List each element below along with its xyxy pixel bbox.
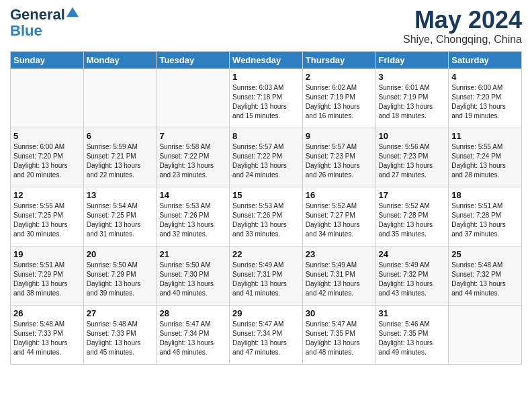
day-info: Sunrise: 5:48 AMSunset: 7:32 PMDaylight:… — [451, 261, 519, 298]
day-info: Sunrise: 5:52 AMSunset: 7:28 PMDaylight:… — [379, 201, 446, 239]
header-monday: Monday — [83, 51, 157, 68]
header-friday: Friday — [375, 51, 449, 68]
calendar-cell — [449, 305, 522, 364]
calendar-cell: 31Sunrise: 5:46 AMSunset: 7:35 PMDayligh… — [375, 305, 449, 364]
day-number: 7 — [159, 131, 226, 141]
day-info: Sunrise: 5:59 AMSunset: 7:21 PMDaylight:… — [87, 142, 154, 180]
day-number: 27 — [87, 308, 154, 318]
calendar-cell: 21Sunrise: 5:50 AMSunset: 7:30 PMDayligh… — [157, 246, 230, 305]
day-number: 22 — [232, 249, 300, 259]
day-info: Sunrise: 5:47 AMSunset: 7:34 PMDaylight:… — [232, 320, 300, 357]
day-number: 6 — [87, 131, 154, 141]
day-number: 20 — [87, 249, 154, 259]
day-number: 3 — [379, 72, 446, 82]
day-number: 23 — [306, 249, 373, 259]
day-number: 21 — [159, 249, 226, 259]
calendar-cell: 23Sunrise: 5:49 AMSunset: 7:31 PMDayligh… — [302, 246, 375, 305]
calendar-week-1: 1Sunrise: 6:03 AMSunset: 7:18 PMDaylight… — [11, 68, 522, 128]
day-info: Sunrise: 5:55 AMSunset: 7:24 PMDaylight:… — [451, 142, 519, 180]
calendar-cell — [157, 68, 230, 128]
day-info: Sunrise: 6:00 AMSunset: 7:20 PMDaylight:… — [451, 83, 519, 121]
day-info: Sunrise: 5:51 AMSunset: 7:29 PMDaylight:… — [13, 261, 81, 298]
day-number: 30 — [306, 308, 373, 318]
day-number: 15 — [232, 190, 300, 200]
day-number: 17 — [379, 190, 446, 200]
logo-blue: Blue — [10, 22, 42, 39]
day-number: 5 — [13, 131, 81, 141]
day-number: 13 — [87, 190, 154, 200]
calendar-cell: 24Sunrise: 5:49 AMSunset: 7:32 PMDayligh… — [375, 246, 449, 305]
calendar-cell: 26Sunrise: 5:48 AMSunset: 7:33 PMDayligh… — [11, 305, 84, 364]
header-wednesday: Wednesday — [230, 51, 303, 68]
header-tuesday: Tuesday — [157, 51, 230, 68]
title-block: May 2024 Shiye, Chongqing, China — [403, 7, 522, 46]
day-number: 16 — [306, 190, 373, 200]
day-info: Sunrise: 5:57 AMSunset: 7:22 PMDaylight:… — [232, 142, 300, 180]
day-info: Sunrise: 5:52 AMSunset: 7:27 PMDaylight:… — [306, 201, 373, 239]
day-info: Sunrise: 5:56 AMSunset: 7:23 PMDaylight:… — [379, 142, 446, 180]
day-info: Sunrise: 5:48 AMSunset: 7:33 PMDaylight:… — [87, 320, 154, 357]
calendar-cell: 16Sunrise: 5:52 AMSunset: 7:27 PMDayligh… — [302, 187, 375, 246]
day-info: Sunrise: 5:49 AMSunset: 7:31 PMDaylight:… — [306, 261, 373, 298]
calendar-cell: 14Sunrise: 5:53 AMSunset: 7:26 PMDayligh… — [157, 187, 230, 246]
svg-marker-0 — [66, 7, 79, 17]
day-info: Sunrise: 6:01 AMSunset: 7:19 PMDaylight:… — [379, 83, 446, 121]
calendar-week-5: 26Sunrise: 5:48 AMSunset: 7:33 PMDayligh… — [11, 305, 522, 364]
day-info: Sunrise: 5:51 AMSunset: 7:28 PMDaylight:… — [451, 201, 519, 239]
calendar-cell: 17Sunrise: 5:52 AMSunset: 7:28 PMDayligh… — [375, 187, 449, 246]
logo: General Blue — [10, 7, 79, 39]
day-info: Sunrise: 5:55 AMSunset: 7:25 PMDaylight:… — [13, 201, 81, 239]
calendar-cell: 27Sunrise: 5:48 AMSunset: 7:33 PMDayligh… — [83, 305, 157, 364]
calendar-cell: 19Sunrise: 5:51 AMSunset: 7:29 PMDayligh… — [11, 246, 84, 305]
day-info: Sunrise: 6:03 AMSunset: 7:18 PMDaylight:… — [232, 83, 300, 121]
header-sunday: Sunday — [11, 51, 84, 68]
calendar-cell: 29Sunrise: 5:47 AMSunset: 7:34 PMDayligh… — [230, 305, 303, 364]
day-number: 1 — [232, 72, 300, 82]
calendar-cell: 5Sunrise: 6:00 AMSunset: 7:20 PMDaylight… — [11, 128, 84, 187]
day-number: 26 — [13, 308, 81, 318]
day-info: Sunrise: 5:54 AMSunset: 7:25 PMDaylight:… — [87, 201, 154, 239]
day-info: Sunrise: 5:53 AMSunset: 7:26 PMDaylight:… — [232, 201, 300, 239]
day-number: 10 — [379, 131, 446, 141]
calendar-cell: 8Sunrise: 5:57 AMSunset: 7:22 PMDaylight… — [230, 128, 303, 187]
calendar-cell: 28Sunrise: 5:47 AMSunset: 7:34 PMDayligh… — [157, 305, 230, 364]
calendar-cell: 20Sunrise: 5:50 AMSunset: 7:29 PMDayligh… — [83, 246, 157, 305]
day-number: 24 — [379, 249, 446, 259]
logo-icon — [66, 6, 79, 18]
day-number: 11 — [451, 131, 519, 141]
day-info: Sunrise: 5:58 AMSunset: 7:22 PMDaylight:… — [159, 142, 226, 180]
calendar-cell — [11, 68, 84, 128]
day-info: Sunrise: 5:48 AMSunset: 7:33 PMDaylight:… — [13, 320, 81, 357]
calendar-week-3: 12Sunrise: 5:55 AMSunset: 7:25 PMDayligh… — [11, 187, 522, 246]
day-number: 29 — [232, 308, 300, 318]
day-info: Sunrise: 5:50 AMSunset: 7:29 PMDaylight:… — [87, 261, 154, 298]
header: General Blue May 2024 Shiye, Chongqing, … — [10, 7, 522, 46]
day-info: Sunrise: 5:47 AMSunset: 7:35 PMDaylight:… — [306, 320, 373, 357]
location-subtitle: Shiye, Chongqing, China — [403, 34, 522, 46]
calendar-cell: 18Sunrise: 5:51 AMSunset: 7:28 PMDayligh… — [449, 187, 522, 246]
calendar-cell: 22Sunrise: 5:49 AMSunset: 7:31 PMDayligh… — [230, 246, 303, 305]
day-info: Sunrise: 5:53 AMSunset: 7:26 PMDaylight:… — [159, 201, 226, 239]
day-number: 28 — [159, 308, 226, 318]
calendar-cell: 2Sunrise: 6:02 AMSunset: 7:19 PMDaylight… — [302, 68, 375, 128]
day-number: 14 — [159, 190, 226, 200]
calendar-cell: 1Sunrise: 6:03 AMSunset: 7:18 PMDaylight… — [230, 68, 303, 128]
calendar-cell: 13Sunrise: 5:54 AMSunset: 7:25 PMDayligh… — [83, 187, 157, 246]
header-thursday: Thursday — [302, 51, 375, 68]
day-number: 2 — [306, 72, 373, 82]
calendar-cell: 3Sunrise: 6:01 AMSunset: 7:19 PMDaylight… — [375, 68, 449, 128]
calendar-week-2: 5Sunrise: 6:00 AMSunset: 7:20 PMDaylight… — [11, 128, 522, 187]
calendar-cell: 4Sunrise: 6:00 AMSunset: 7:20 PMDaylight… — [449, 68, 522, 128]
calendar-cell: 9Sunrise: 5:57 AMSunset: 7:23 PMDaylight… — [302, 128, 375, 187]
day-info: Sunrise: 6:00 AMSunset: 7:20 PMDaylight:… — [13, 142, 81, 180]
day-number: 8 — [232, 131, 300, 141]
day-info: Sunrise: 5:57 AMSunset: 7:23 PMDaylight:… — [306, 142, 373, 180]
logo-general: General — [10, 7, 65, 23]
calendar: Sunday Monday Tuesday Wednesday Thursday… — [10, 51, 522, 365]
header-saturday: Saturday — [449, 51, 522, 68]
day-info: Sunrise: 6:02 AMSunset: 7:19 PMDaylight:… — [306, 83, 373, 121]
calendar-cell: 10Sunrise: 5:56 AMSunset: 7:23 PMDayligh… — [375, 128, 449, 187]
day-info: Sunrise: 5:49 AMSunset: 7:32 PMDaylight:… — [379, 261, 446, 298]
day-info: Sunrise: 5:47 AMSunset: 7:34 PMDaylight:… — [159, 320, 226, 357]
calendar-cell: 30Sunrise: 5:47 AMSunset: 7:35 PMDayligh… — [302, 305, 375, 364]
